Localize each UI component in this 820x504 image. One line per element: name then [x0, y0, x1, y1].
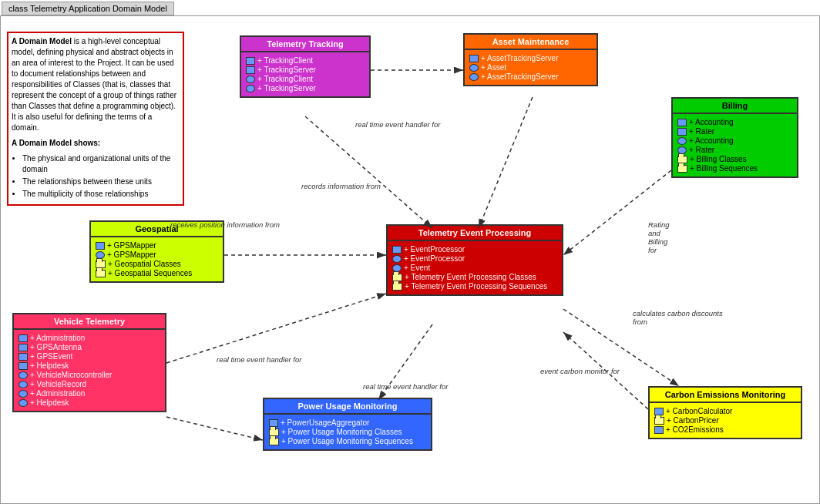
telemetry-tracking-header: Telemetry Tracking: [241, 37, 369, 52]
asset-maintenance-header: Asset Maintenance: [465, 35, 597, 50]
telemetry-event-processing-box: Telemetry Event Processing + EventProces…: [386, 224, 563, 296]
power-usage-monitoring-box: Power Usage Monitoring + PowerUsageAggre…: [263, 398, 432, 451]
receives-pos-label: receives position information from: [170, 220, 280, 229]
vehicle-telemetry-header: Vehicle Telemetry: [14, 314, 165, 330]
carbon-emissions-body: + CarbonCalculator + CarbonPricer + CO2E…: [650, 403, 801, 438]
telemetry-tracking-box: Telemetry Tracking + TrackingClient + Tr…: [240, 35, 371, 98]
telemetry-tracking-body: + TrackingClient + TrackingServer + Trac…: [241, 52, 369, 96]
billing-body: + Accounting + Rater + Accounting + Rate…: [673, 114, 797, 176]
title-bar: class Telemetry Application Domain Model: [2, 2, 174, 15]
power-usage-body: + PowerUsageAggregator + Power Usage Mon…: [264, 415, 431, 449]
desc-content: A Domain Model is a high-level conceptua…: [8, 33, 183, 204]
carbon-emissions-box: Carbon Emissions Monitoring + CarbonCalc…: [648, 386, 802, 439]
real-time-label-1: real time event handler for: [355, 120, 440, 129]
vehicle-telemetry-body: + Administration + GPSAntenna + GPSEvent…: [14, 330, 165, 411]
asset-maintenance-body: + AssetTrackingServer + Asset + AssetTra…: [465, 50, 597, 85]
geospatial-box: Geospatial + GPSMapper + GPSMapper + Geo…: [89, 220, 224, 283]
asset-maintenance-box: Asset Maintenance + AssetTrackingServer …: [463, 33, 598, 86]
svg-line-6: [166, 294, 386, 363]
telemetry-event-body: + EventProcessor + EventProcessor + Even…: [388, 241, 562, 294]
svg-line-4: [305, 116, 432, 228]
real-time-label-2: real time event handler for: [217, 355, 301, 364]
billing-box: Billing + Accounting + Rater + Accountin…: [671, 97, 798, 178]
diagram-area: A Domain Model is a high-level conceptua…: [0, 15, 820, 504]
telemetry-event-header: Telemetry Event Processing: [388, 226, 562, 241]
svg-line-9: [166, 417, 263, 440]
billing-header: Billing: [673, 99, 797, 114]
geospatial-body: + GPSMapper + GPSMapper + Geospatial Cla…: [91, 237, 223, 281]
rating-billing-label: RatingandBillingfor: [648, 220, 669, 254]
carbon-emissions-header: Carbon Emissions Monitoring: [650, 388, 801, 403]
calculates-carbon-label: calculates carbon discountsfrom: [633, 309, 723, 326]
event-carbon-label: event carbon monitor for: [540, 367, 620, 375]
svg-line-2: [479, 97, 533, 228]
power-usage-header: Power Usage Monitoring: [264, 399, 431, 415]
description-box: A Domain Model is a high-level conceptua…: [7, 32, 184, 206]
records-info-label: records information from: [301, 182, 381, 190]
real-time-label-3: real time event handler for: [363, 382, 448, 391]
vehicle-telemetry-box: Vehicle Telemetry + Administration + GPS…: [12, 313, 166, 412]
diagram-title: class Telemetry Application Domain Model: [8, 4, 167, 13]
